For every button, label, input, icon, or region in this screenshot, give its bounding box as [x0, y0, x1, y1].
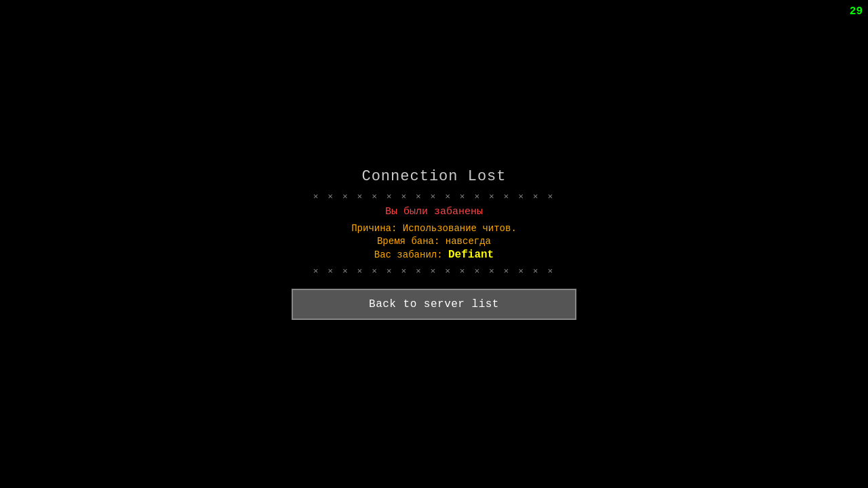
reason-label: Причина:: [351, 223, 397, 234]
back-to-server-list-button[interactable]: Back to server list: [292, 289, 576, 320]
banned-by-label: Вас забанил:: [374, 249, 443, 260]
reason-line: Причина: Использование читов.: [292, 223, 576, 234]
center-panel: Connection Lost × × × × × × × × × × × × …: [292, 168, 576, 320]
separator-bottom: × × × × × × × × × × × × × × × × ×: [292, 266, 576, 277]
connection-lost-title: Connection Lost: [292, 168, 576, 185]
banned-by-line: Вас забанил: Defiant: [292, 249, 576, 261]
duration-label: Время бана:: [377, 236, 439, 247]
reason-value: Использование читов.: [403, 223, 517, 234]
duration-line: Время бана: навсегда: [292, 236, 576, 247]
fps-counter: 29: [850, 5, 863, 18]
separator-top: × × × × × × × × × × × × × × × × ×: [292, 192, 576, 202]
banned-by-name: Defiant: [448, 249, 494, 261]
ban-details: Причина: Использование читов. Время бана…: [292, 223, 576, 261]
duration-value-text: навсегда: [446, 236, 491, 247]
banned-text: Вы были забанены: [292, 206, 576, 218]
